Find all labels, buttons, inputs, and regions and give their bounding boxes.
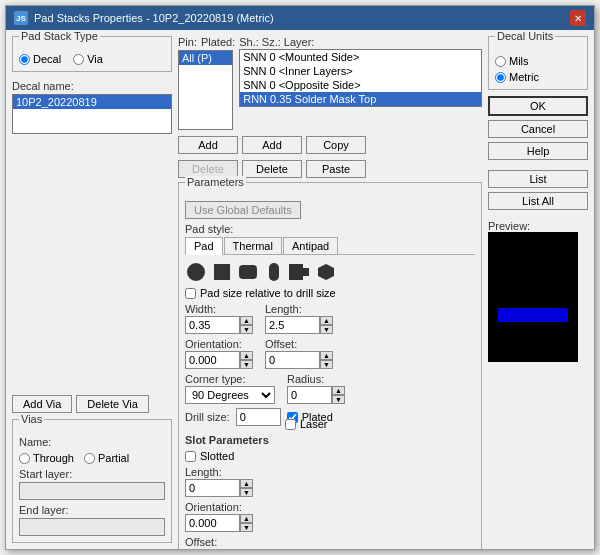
slot-length-spin: ▲ ▼ [240,479,253,497]
list-all-button[interactable]: List All [488,192,588,210]
shape-hex-button[interactable] [315,261,337,283]
list-button[interactable]: List [488,170,588,188]
add-via-button[interactable]: Add Via [12,395,72,413]
via-radio[interactable] [73,54,84,65]
shape-roundrect-button[interactable] [237,261,259,283]
laser-checkbox[interactable] [285,419,296,430]
slot-offset-label: Offset: [185,536,253,548]
shape-square-icon [214,264,230,280]
length-spin-down[interactable]: ▼ [320,325,333,334]
layer-list[interactable]: SNN 0 <Mounted Side> SNN 0 <Inner Layers… [239,49,482,107]
radius-spin-up[interactable]: ▲ [332,386,345,395]
orientation-input[interactable] [185,351,240,369]
decal-name-list[interactable]: 10P2_20220819 [12,94,172,134]
layer-list-item-2[interactable]: SNN 0 <Opposite Side> [240,78,481,92]
pad-size-relative-checkbox[interactable] [185,288,196,299]
layer-list-item-3[interactable]: RNN 0.35 Solder Mask Top [240,92,481,106]
layer-list-item-1[interactable]: SNN 0 <Inner Layers> [240,64,481,78]
metric-radio-item[interactable]: Metric [495,71,581,83]
through-radio[interactable] [19,453,30,464]
pin-col: Pin: Plated: All (P) [178,36,235,130]
preview-section: Preview: [488,220,588,362]
orientation-spin-down[interactable]: ▼ [240,360,253,369]
via-radio-item[interactable]: Via [73,53,103,65]
slot-orientation-spin-down[interactable]: ▼ [240,523,253,532]
via-action-buttons: Add Via Delete Via [12,395,172,413]
add-layer-button[interactable]: Add [242,136,302,154]
end-layer-input[interactable] [19,518,165,536]
offset-input[interactable] [265,351,320,369]
partial-radio[interactable] [84,453,95,464]
mils-radio[interactable] [495,56,506,67]
laser-label: Laser [300,418,328,430]
help-button[interactable]: Help [488,142,588,160]
partial-radio-item[interactable]: Partial [84,452,129,464]
decal-radio[interactable] [19,54,30,65]
add-pin-button[interactable]: Add [178,136,238,154]
width-spin-up[interactable]: ▲ [240,316,253,325]
pad-size-relative-label: Pad size relative to drill size [200,287,336,299]
slot-length-wrap: ▲ ▼ [185,479,253,497]
vias-group: Vias Name: Through Partial Start layer: … [12,419,172,543]
pin-list[interactable]: All (P) [178,50,233,130]
shape-roundrect-icon [239,265,257,279]
radius-input-wrap: ▲ ▼ [287,386,345,404]
slot-params-label: Slot Parameters [185,434,475,446]
shape-recttab-button[interactable] [289,261,311,283]
shape-circle-button[interactable] [185,261,207,283]
slot-length-input[interactable] [185,479,240,497]
shape-square-button[interactable] [211,261,233,283]
tab-thermal[interactable]: Thermal [224,237,282,254]
width-spin-down[interactable]: ▼ [240,325,253,334]
pin-label: Pin: [178,36,197,48]
slot-length-spin-down[interactable]: ▼ [240,488,253,497]
decal-name-section: Decal name: 10P2_20220819 [12,76,172,134]
slot-length-col: Length: ▲ ▼ [185,466,253,497]
delete-layer-button[interactable]: Delete [242,160,302,178]
drill-size-label: Drill size: [185,411,230,423]
decal-radio-item[interactable]: Decal [19,53,61,65]
slot-orientation-wrap: ▲ ▼ [185,514,253,532]
use-global-defaults-button[interactable]: Use Global Defaults [185,201,301,219]
radius-input[interactable] [287,386,332,404]
via-type-radio-group: Through Partial [19,452,165,464]
slotted-checkbox[interactable] [185,451,196,462]
slot-orientation-spin-up[interactable]: ▲ [240,514,253,523]
length-col: Length: ▲ ▼ [265,303,333,334]
through-radio-item[interactable]: Through [19,452,74,464]
offset-label: Offset: [265,338,333,350]
paste-button[interactable]: Paste [306,160,366,178]
length-spin-up[interactable]: ▲ [320,316,333,325]
metric-radio[interactable] [495,72,506,83]
mils-radio-item[interactable]: Mils [495,55,581,67]
start-layer-input[interactable] [19,482,165,500]
shape-hex-icon [316,262,336,282]
tab-antipad[interactable]: Antipad [283,237,338,254]
close-button[interactable]: ✕ [570,10,586,26]
layer-list-item-0[interactable]: SNN 0 <Mounted Side> [240,50,481,64]
width-length-row: Width: ▲ ▼ Length: [185,303,475,334]
offset-spin-up[interactable]: ▲ [320,351,333,360]
radius-spin-down[interactable]: ▼ [332,395,345,404]
vias-label: Vias [19,413,44,425]
slotted-row: Slotted [185,450,475,462]
width-input[interactable] [185,316,240,334]
drill-size-input[interactable] [236,408,281,426]
list-buttons: List List All [488,170,588,210]
orientation-spin-up[interactable]: ▲ [240,351,253,360]
slot-length-spin-up[interactable]: ▲ [240,479,253,488]
pin-list-item-all[interactable]: All (P) [179,51,232,65]
length-input[interactable] [265,316,320,334]
slot-orientation-input[interactable] [185,514,240,532]
offset-spin-down[interactable]: ▼ [320,360,333,369]
ok-button[interactable]: OK [488,96,588,116]
corner-type-select[interactable]: 90 Degrees [185,386,275,404]
tab-pad[interactable]: Pad [185,237,223,255]
shape-oval-button[interactable] [263,261,285,283]
title-bar: JS Pad Stacks Properties - 10P2_20220819… [6,6,594,30]
shape-oval-icon [269,263,279,281]
cancel-button[interactable]: Cancel [488,120,588,138]
decal-name-list-item[interactable]: 10P2_20220819 [13,95,171,109]
delete-via-button[interactable]: Delete Via [76,395,149,413]
copy-button[interactable]: Copy [306,136,366,154]
